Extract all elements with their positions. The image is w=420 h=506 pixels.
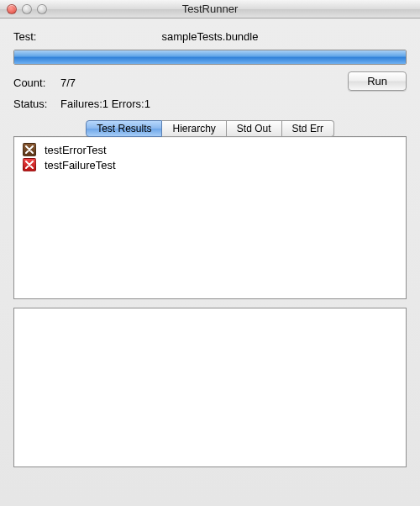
list-item[interactable]: testErrorTest bbox=[21, 142, 399, 157]
tabs: Test ResultsHierarchyStd OutStd Err bbox=[13, 120, 407, 137]
results-pane[interactable]: testErrorTesttestFailureTest bbox=[13, 136, 407, 299]
traffic-lights bbox=[0, 4, 47, 14]
tab-test-results[interactable]: Test Results bbox=[86, 120, 162, 137]
count-row: Count: 7/7 Run bbox=[13, 76, 407, 89]
window-content: Test: sampleTests.bundle Count: 7/7 Run … bbox=[0, 18, 420, 506]
window-title: TestRunner bbox=[0, 3, 420, 15]
tab-std-err[interactable]: Std Err bbox=[282, 120, 334, 137]
failure-icon bbox=[23, 158, 36, 171]
tab-hierarchy[interactable]: Hierarchy bbox=[162, 120, 226, 137]
status-value: Failures:1 Errors:1 bbox=[60, 98, 150, 110]
progress-fill bbox=[14, 50, 406, 64]
run-button[interactable]: Run bbox=[348, 71, 407, 91]
count-label: Count: bbox=[13, 76, 60, 89]
status-label: Status: bbox=[13, 98, 60, 110]
list-item[interactable]: testFailureTest bbox=[21, 157, 399, 172]
tab-std-out[interactable]: Std Out bbox=[227, 120, 282, 137]
minimize-icon[interactable] bbox=[22, 4, 32, 14]
progress-bar bbox=[13, 50, 407, 65]
test-row: Test: sampleTests.bundle bbox=[13, 30, 407, 43]
error-icon bbox=[23, 143, 36, 156]
test-label: Test: bbox=[13, 30, 57, 43]
result-name: testErrorTest bbox=[45, 144, 107, 156]
close-icon[interactable] bbox=[7, 4, 17, 14]
detail-pane[interactable] bbox=[13, 308, 407, 467]
titlebar: TestRunner bbox=[0, 0, 420, 18]
result-name: testFailureTest bbox=[45, 159, 116, 171]
test-bundle-name: sampleTests.bundle bbox=[57, 30, 407, 43]
zoom-icon[interactable] bbox=[37, 4, 47, 14]
status-row: Status: Failures:1 Errors:1 bbox=[13, 98, 407, 110]
count-value: 7/7 bbox=[60, 76, 76, 89]
